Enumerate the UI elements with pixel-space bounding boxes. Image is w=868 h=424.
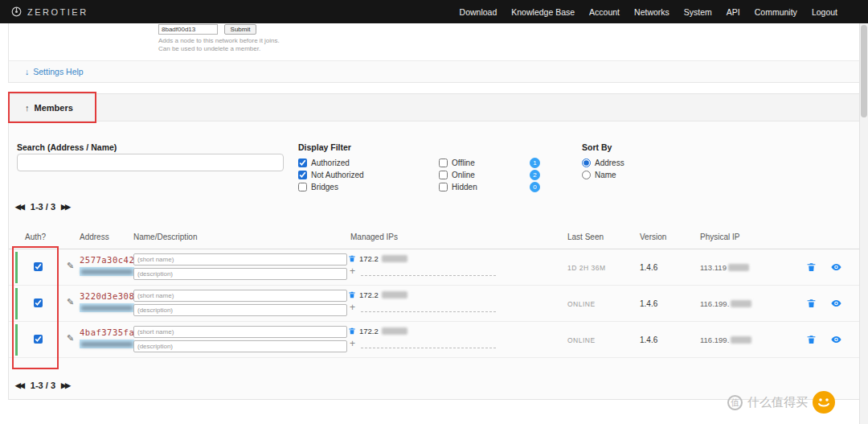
sort-name-radio[interactable] [582,171,591,179]
short-name-input[interactable] [133,326,347,338]
description-input[interactable] [133,268,347,280]
col-header-auth: Auth? [25,233,46,241]
member-address[interactable]: 4baf3735fa [80,327,134,337]
last-seen: ONLINE [567,300,596,308]
sort-name: Name [582,171,616,179]
bridges-checkbox[interactable] [298,183,307,191]
short-name-input[interactable] [133,253,347,266]
version: 1.4.6 [640,263,657,272]
member-address[interactable]: 2577a30c42 [80,255,134,265]
sort-name-label: Name [595,171,616,179]
zerotier-brand[interactable]: ZEROTIER [11,6,88,17]
search-label: Search (Address / Name) [17,142,117,152]
edit-icon[interactable]: ✎ [67,297,74,307]
managed-ip-text: 172.2 [359,327,379,335]
authorized-checkbox[interactable] [298,158,307,167]
physical-ip: 113.119 [700,263,749,272]
offline-checkbox[interactable] [439,158,448,167]
sort-address-radio[interactable] [582,158,591,167]
delete-ip-icon[interactable] [348,254,356,263]
prev-page-icon[interactable]: ◀◀ [15,381,25,389]
members-header[interactable]: ↑ Members [9,94,859,121]
add-ip-underline[interactable] [361,311,496,312]
member-name-redacted [80,303,134,312]
pagination-range: 1-3 / 3 [31,202,55,212]
search-input[interactable] [17,154,284,171]
delete-member-icon[interactable] [806,298,817,309]
description-input[interactable] [133,304,347,316]
add-ip-button[interactable]: + [350,266,355,277]
members-header-label: Members [35,103,73,113]
add-node-input[interactable] [158,24,218,35]
down-arrow-icon: ↓ [25,67,29,76]
hidden-checkbox[interactable] [439,183,448,191]
nav-menu: Download Knowledge Base Account Networks… [460,7,837,17]
not-authorized-label: Not Authorized [311,171,364,179]
edit-icon[interactable]: ✎ [67,261,74,271]
managed-ip: 172.2 [348,327,407,335]
add-ip-underline[interactable] [361,348,496,348]
member-status-bar [15,288,18,319]
smzdm-watermark: 值 什么值得买 [727,391,835,414]
members-panel: ↑ Members Search (Address / Name) Displa… [8,93,860,400]
sort-address: Address [582,158,624,167]
sort-by-label: Sort By [582,142,612,152]
filter-authorized: Authorized [298,158,350,167]
delete-member-icon[interactable] [806,334,817,345]
scrollbar-thumb[interactable] [861,25,867,117]
member-status-bar [15,252,18,283]
hidden-count-badge: 0 [530,182,540,192]
physical-ip-redacted [731,336,751,344]
filter-online: Online [439,171,475,179]
physical-ip-redacted [728,264,749,271]
edit-icon[interactable]: ✎ [67,333,74,344]
auth-checkbox[interactable] [34,262,43,271]
description-input[interactable] [133,340,347,352]
next-page-icon[interactable]: ▶▶ [61,203,71,211]
next-page-icon[interactable]: ▶▶ [61,381,71,389]
delete-ip-icon[interactable] [348,327,356,335]
nav-item-system[interactable]: System [684,7,712,17]
nav-item-networks[interactable]: Networks [634,7,669,17]
vertical-scrollbar[interactable] [859,23,868,424]
nav-item-logout[interactable]: Logout [812,7,837,17]
nav-item-api[interactable]: API [727,7,740,17]
online-label: Online [452,171,475,179]
physical-ip: 116.199. [700,335,751,344]
member-name-redacted [80,267,134,276]
delete-ip-icon[interactable] [348,290,356,299]
add-ip-button[interactable]: + [350,338,355,349]
nav-item-account[interactable]: Account [589,7,620,17]
nav-item-knowledge-base[interactable]: Knowledge Base [511,7,575,17]
short-name-input[interactable] [133,290,347,302]
watermark-badge-icon: 值 [727,395,743,410]
submit-node-button[interactable]: Submit [224,24,256,35]
delete-member-icon[interactable] [806,261,817,273]
settings-help-link[interactable]: ↓ Settings Help [25,67,84,76]
add-ip-underline[interactable] [361,275,496,276]
display-filter-label: Display Filter [298,142,351,152]
member-address[interactable]: 3220d3e308 [80,291,134,301]
col-header-managed-ips: Managed IPs [350,233,398,241]
col-header-physical-ip: Physical IP [700,233,739,241]
online-count-badge: 2 [530,170,540,180]
pagination-bottom: ◀◀ 1-3 / 3 ▶▶ [15,381,71,390]
nav-item-download[interactable]: Download [460,7,497,17]
hide-member-icon[interactable] [830,298,842,309]
auth-checkbox[interactable] [34,335,43,344]
hide-member-icon[interactable] [830,334,842,345]
settings-footer: ↓ Settings Help [9,60,859,83]
nav-item-community[interactable]: Community [755,7,797,17]
managed-ip-text: 172.2 [359,254,379,263]
auth-checkbox[interactable] [34,298,43,307]
not-authorized-checkbox[interactable] [298,171,307,179]
page: ZEROTIER Download Knowledge Base Account… [0,0,868,424]
online-checkbox[interactable] [439,171,448,179]
bridges-label: Bridges [311,183,338,191]
physical-ip-text: 116.199. [700,335,729,344]
physical-ip: 116.199. [700,299,751,308]
prev-page-icon[interactable]: ◀◀ [15,203,25,211]
add-ip-button[interactable]: + [350,302,355,313]
col-header-address: Address [80,233,109,241]
hide-member-icon[interactable] [830,261,842,273]
